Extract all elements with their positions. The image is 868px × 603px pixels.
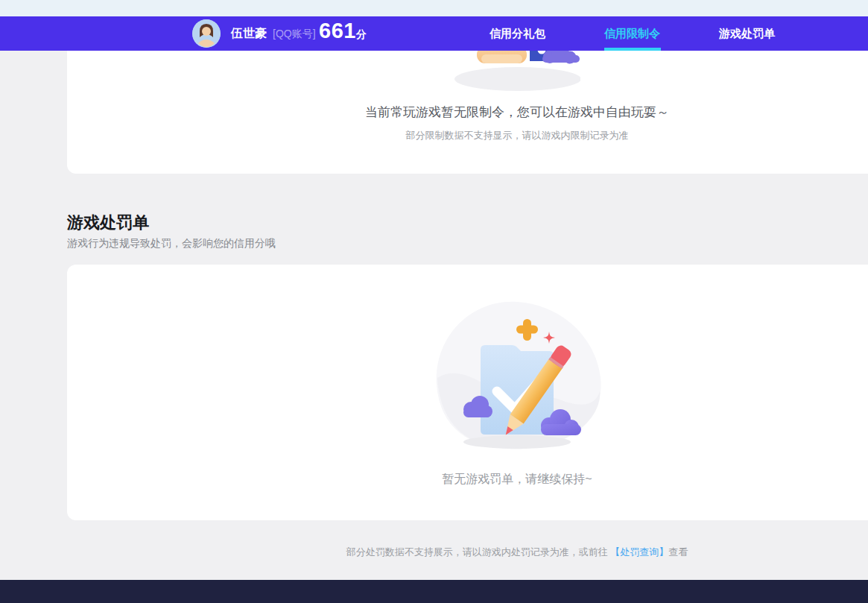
penalty-card: 暂无游戏罚单，请继续保持~ — [67, 265, 868, 520]
restriction-message: 当前常玩游戏暂无限制令，您可以在游戏中自由玩耍～ — [365, 104, 669, 121]
shield-clouds-illustration-icon — [454, 46, 580, 94]
tab-credit-restriction[interactable]: 信用限制令 — [604, 16, 660, 51]
tab-game-penalty[interactable]: 游戏处罚单 — [719, 16, 775, 51]
account-type-label: [QQ账号] — [273, 28, 316, 41]
user-avatar[interactable] — [192, 19, 221, 48]
score-unit: 分 — [356, 28, 367, 40]
footer-note-prefix: 部分处罚数据不支持展示，请以游戏内处罚记录为准，或前往 — [346, 546, 611, 558]
navbar: 伍世豪 [QQ账号] 661分 信用分礼包 信用限制令 游戏处罚单 — [0, 16, 868, 51]
restriction-note: 部分限制数据不支持显示，请以游戏内限制记录为准 — [406, 129, 629, 142]
footer-note: 部分处罚数据不支持展示，请以游戏内处罚记录为准，或前往 【处罚查询】查看 — [346, 546, 688, 559]
penalty-section-title: 游戏处罚单 — [67, 212, 149, 234]
nav-tabs: 信用分礼包 信用限制令 游戏处罚单 — [490, 16, 775, 51]
score-number: 661 — [319, 19, 356, 42]
penalty-empty-message: 暂无游戏罚单，请继续保持~ — [442, 472, 592, 487]
top-strip — [0, 0, 868, 16]
penalty-query-link[interactable]: 【处罚查询】 — [610, 546, 668, 558]
checked-folder-pencil-illustration-icon — [428, 296, 606, 460]
footer-note-suffix: 查看 — [668, 546, 688, 558]
bottom-bar — [0, 580, 868, 603]
tab-credit-gift[interactable]: 信用分礼包 — [490, 16, 545, 51]
penalty-section-subtitle: 游戏行为违规导致处罚，会影响您的信用分哦 — [67, 237, 276, 250]
credit-score: 661分 — [319, 19, 367, 43]
username: 伍世豪 — [231, 26, 267, 42]
avatar-image-icon — [192, 19, 221, 48]
